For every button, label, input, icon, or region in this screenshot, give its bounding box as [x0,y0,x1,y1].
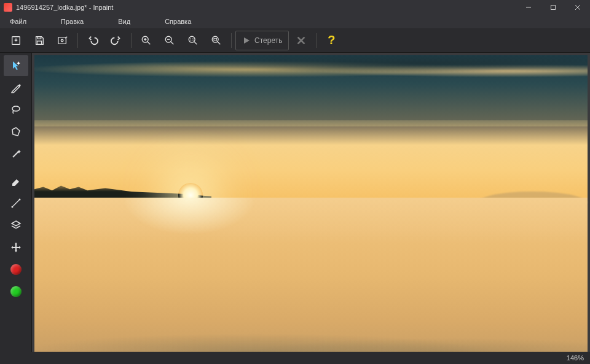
zoom-level: 146% [567,354,584,362]
redo-button[interactable] [105,31,127,50]
toolbar: 1:1 Стереть ? [0,28,590,53]
undo-icon [87,35,98,46]
canvas-area[interactable] [32,53,590,352]
save-as-icon [57,35,68,46]
eraser-icon [10,175,22,187]
polygon-icon [10,126,22,138]
zoom-fit-icon [211,35,222,46]
svg-line-20 [218,41,221,44]
svg-line-10 [148,41,151,44]
svg-rect-21 [214,38,217,41]
menu-view[interactable]: Вид [113,17,135,26]
zoom-1to1-icon: 1:1 [187,35,199,46]
canvas-image [34,55,588,352]
tool-line[interactable] [4,193,28,214]
separator [77,33,78,48]
move-icon [10,241,22,254]
svg-line-14 [171,41,174,44]
menu-file[interactable]: Файл [5,17,31,26]
zoom-actual-button[interactable]: 1:1 [182,31,204,50]
zoom-out-button[interactable] [159,31,181,50]
tool-polygon[interactable] [4,122,28,142]
svg-line-25 [13,152,18,157]
tool-red-mask[interactable] [4,259,28,280]
minimize-button[interactable] [516,0,541,15]
play-icon [242,36,251,45]
window-title: 1496914257_lodka.jpg* - Inpaint [16,4,113,11]
tool-marker[interactable] [4,77,28,98]
redo-icon [111,35,122,46]
svg-point-19 [212,36,218,42]
layers-icon [10,219,22,231]
svg-rect-1 [551,6,556,10]
tool-sidebar [0,53,32,352]
lasso-icon [10,104,22,116]
separator [316,33,317,48]
zoom-out-icon [164,35,175,46]
erase-button[interactable]: Стереть [235,31,289,50]
maximize-button[interactable] [541,0,565,15]
tool-layers[interactable] [4,215,28,236]
close-button[interactable] [565,0,590,15]
undo-button[interactable] [82,31,104,50]
svg-line-17 [194,41,197,44]
save-as-button[interactable] [52,31,74,50]
svg-point-24 [12,106,20,111]
save-button[interactable] [28,31,50,50]
marker-icon [10,82,22,94]
app-window: 1496914257_lodka.jpg* - Inpaint Файл Пра… [0,0,590,364]
tool-green-mask[interactable] [4,281,28,302]
svg-text:1:1: 1:1 [190,38,194,41]
close-icon [575,4,581,10]
separator [231,33,232,48]
line-icon [10,197,22,209]
tool-eraser[interactable] [4,171,28,192]
green-circle-icon [10,286,22,297]
save-icon [34,35,45,46]
tool-move[interactable] [4,237,28,258]
zoom-in-icon [141,35,152,46]
open-button[interactable] [5,31,27,50]
help-button[interactable]: ? [320,31,342,50]
wand-icon [10,148,22,160]
tool-magic-select[interactable] [4,55,28,76]
zoom-fit-button[interactable] [205,31,227,50]
separator [131,33,132,48]
x-icon [296,35,307,46]
red-circle-icon [10,264,22,275]
menu-help[interactable]: Справка [160,17,196,26]
statusbar: 146% [0,352,590,364]
open-icon [10,35,22,46]
cancel-button[interactable] [290,31,312,50]
cursor-sparkle-icon [10,60,22,72]
question-icon: ? [328,33,335,47]
menubar: Файл Правка Вид Справка [0,15,590,28]
svg-point-8 [61,39,63,42]
minimize-icon [525,4,532,10]
menu-edit[interactable]: Правка [56,17,88,26]
svg-line-28 [13,200,19,206]
tool-magic-wand[interactable] [4,144,28,165]
tool-lasso[interactable] [4,99,28,120]
workspace [0,53,590,352]
titlebar: 1496914257_lodka.jpg* - Inpaint [0,0,590,15]
app-icon [4,3,12,12]
svg-rect-5 [37,36,41,39]
erase-label: Стереть [254,36,282,45]
maximize-icon [550,4,556,10]
svg-rect-6 [37,41,41,44]
zoom-in-button[interactable] [135,31,157,50]
svg-rect-7 [58,37,66,44]
image-canvas[interactable] [34,55,588,352]
